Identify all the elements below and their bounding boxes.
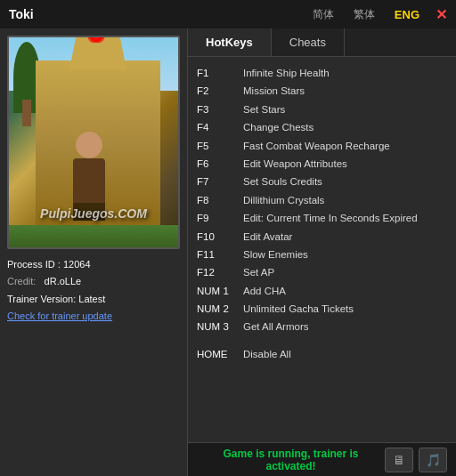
cheat-key: F9 xyxy=(197,210,243,226)
close-button[interactable]: ✕ xyxy=(436,6,447,23)
cheat-desc: Edit Avatar xyxy=(243,229,447,245)
cheat-row: NUM 3Get All Armors xyxy=(197,318,447,335)
cheat-key: F8 xyxy=(197,192,243,208)
cheat-key: F1 xyxy=(197,65,243,81)
bottom-icons: 🖥 🎵 xyxy=(385,448,447,472)
cheat-key: NUM 1 xyxy=(197,283,243,299)
title-bar: Toki 简体 繁体 ENG ✕ xyxy=(0,0,456,28)
cheat-key: F3 xyxy=(197,101,243,117)
cheat-key: F7 xyxy=(197,173,243,190)
title-bar-left: Toki xyxy=(9,7,34,21)
cheat-key: F11 xyxy=(197,246,243,262)
process-id-row: Process ID : 12064 xyxy=(7,258,180,271)
watermark: PulpiJuegos.COM xyxy=(40,206,147,221)
music-icon-btn[interactable]: 🎵 xyxy=(419,448,447,472)
process-id-value: Process ID : 12064 xyxy=(7,259,91,270)
info-section: Process ID : 12064 Credit: dR.oLLe Train… xyxy=(7,254,180,327)
cheat-key: F2 xyxy=(197,83,243,99)
ground-grass xyxy=(9,225,178,247)
cheat-key: NUM 3 xyxy=(197,319,243,335)
cheat-key: F10 xyxy=(197,229,243,245)
lang-traditional[interactable]: 繁体 xyxy=(350,5,379,24)
char-body xyxy=(73,158,105,203)
cheat-key: F6 xyxy=(197,156,243,172)
cheats-content: F1Infinite Ship HealthF2Mission StarsF3S… xyxy=(188,57,456,442)
cheat-row: F7Set Souls Credits xyxy=(197,173,447,190)
credit-value: dR.oLLe xyxy=(45,276,82,286)
tree-trunk xyxy=(22,100,31,126)
status-text: Game is running, trainer is activated! xyxy=(197,448,385,472)
cheat-key: F4 xyxy=(197,119,243,135)
cheat-row: F5Fast Combat Weapon Recharge xyxy=(197,137,447,155)
tab-hotkeys[interactable]: HotKeys xyxy=(188,28,272,56)
char-head xyxy=(76,132,102,158)
cheat-row: NUM 1Add CHA xyxy=(197,282,447,300)
title-bar-right: 简体 繁体 ENG ✕ xyxy=(309,5,447,24)
main-content: PulpiJuegos.COM Process ID : 12064 Credi… xyxy=(0,28,456,476)
right-panel: HotKeys Cheats F1Infinite Ship HealthF2M… xyxy=(187,28,456,476)
cheat-desc: Unlimited Gacha Tickets xyxy=(243,301,447,317)
update-link-row: Check for trainer update xyxy=(7,310,180,323)
cheat-key: F12 xyxy=(197,264,243,280)
cheat-row: F10Edit Avatar xyxy=(197,228,447,246)
trainer-version-value: Trainer Version: Latest xyxy=(7,294,105,304)
trainer-version-row: Trainer Version: Latest xyxy=(7,293,180,306)
cheat-key: F5 xyxy=(197,138,243,154)
bottom-bar: Game is running, trainer is activated! 🖥… xyxy=(188,442,456,476)
app-title: Toki xyxy=(9,7,34,21)
cheat-row: F11Slow Enemies xyxy=(197,246,447,263)
game-screenshot: PulpiJuegos.COM xyxy=(7,36,180,249)
cheat-key: NUM 2 xyxy=(197,301,243,317)
cheat-desc: Dillithium Crystals xyxy=(243,192,447,208)
cheat-row: F2Mission Stars xyxy=(197,82,447,100)
tabs: HotKeys Cheats xyxy=(188,28,456,57)
cheat-desc: Edit Weapon Attributes xyxy=(243,156,447,172)
cheat-desc: Set AP xyxy=(243,264,447,280)
cheat-desc: Set Souls Credits xyxy=(243,173,447,190)
cheat-row: NUM 2Unlimited Gacha Tickets xyxy=(197,300,447,318)
home-desc: Disable All xyxy=(243,349,291,359)
cheat-row: F8Dillithium Crystals xyxy=(197,191,447,209)
tab-cheats[interactable]: Cheats xyxy=(272,28,345,56)
cheat-row: F1Infinite Ship Health xyxy=(197,64,447,82)
cheat-desc: Slow Enemies xyxy=(243,246,447,262)
cheat-row: F3Set Stars xyxy=(197,101,447,118)
credit-row: Credit: dR.oLLe xyxy=(7,275,180,288)
left-panel: PulpiJuegos.COM Process ID : 12064 Credi… xyxy=(0,28,187,476)
cheat-desc: Set Stars xyxy=(243,101,447,117)
cheat-row: F12Set AP xyxy=(197,263,447,281)
monitor-icon-btn[interactable]: 🖥 xyxy=(385,448,413,472)
cheat-desc: Infinite Ship Health xyxy=(243,65,447,81)
cheat-desc: Get All Armors xyxy=(243,319,447,335)
cheat-row: F6Edit Weapon Attributes xyxy=(197,155,447,173)
cheat-desc: Mission Stars xyxy=(243,83,447,99)
lang-english[interactable]: ENG xyxy=(391,6,423,23)
cheat-row: F9Edit: Current Time In Seconds Expired xyxy=(197,209,447,227)
cheat-desc: Fast Combat Weapon Recharge xyxy=(243,138,447,154)
cheat-desc: Add CHA xyxy=(243,283,447,299)
update-link[interactable]: Check for trainer update xyxy=(7,311,112,321)
home-key: HOME xyxy=(197,349,243,359)
credit-label: Credit: xyxy=(7,276,36,286)
home-cheat-row: HOMEDisable All xyxy=(197,345,447,363)
cheat-desc: Edit: Current Time In Seconds Expired xyxy=(243,210,447,226)
cheat-desc: Change Chests xyxy=(243,119,447,135)
cheat-row: F4Change Chests xyxy=(197,118,447,136)
lang-simplified[interactable]: 简体 xyxy=(309,5,338,24)
